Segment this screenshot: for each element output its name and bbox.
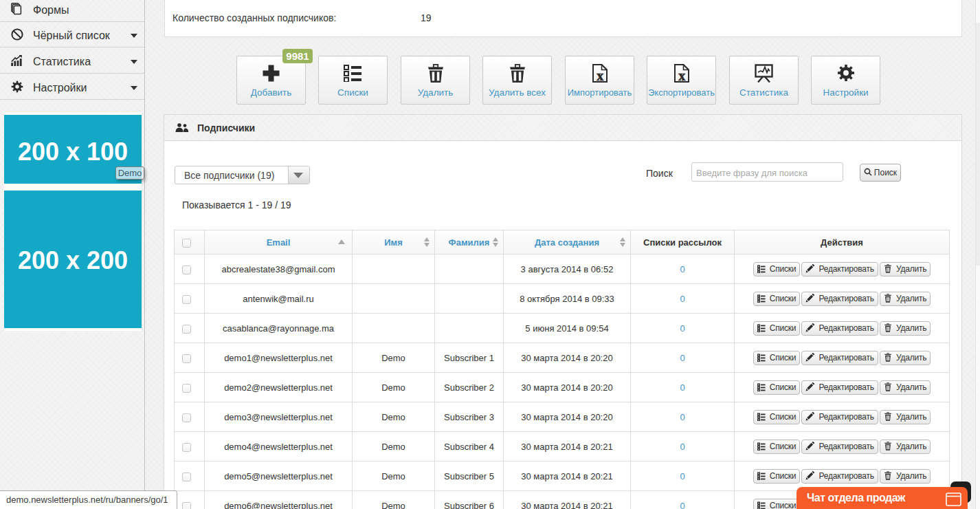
svg-text:x: x bbox=[597, 68, 603, 83]
svg-text:x: x bbox=[678, 68, 685, 83]
